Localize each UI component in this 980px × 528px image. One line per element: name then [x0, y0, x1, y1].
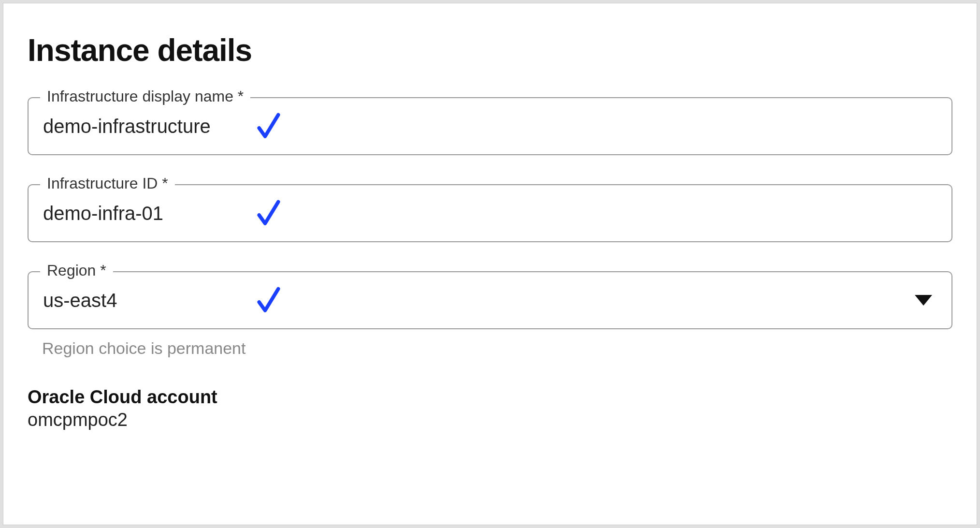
oracle-cloud-account-label: Oracle Cloud account: [28, 387, 952, 408]
instance-details-panel: Instance details Infrastructure display …: [3, 3, 977, 525]
infrastructure-id-value: demo-infra-01: [43, 203, 227, 224]
checkmark-icon: [256, 285, 282, 315]
infrastructure-id-label: Infrastructure ID *: [40, 175, 175, 192]
region-value: us-east4: [43, 290, 227, 311]
chevron-down-icon: [915, 295, 932, 306]
oracle-cloud-account-section: Oracle Cloud account omcpmpoc2: [28, 387, 952, 430]
infrastructure-display-name-field[interactable]: Infrastructure display name * demo-infra…: [28, 97, 952, 155]
checkmark-icon: [256, 198, 282, 228]
region-label: Region *: [40, 262, 113, 279]
checkmark-icon: [256, 111, 282, 141]
page-title: Instance details: [28, 32, 952, 68]
region-helper-text: Region choice is permanent: [42, 339, 952, 358]
region-select[interactable]: Region * us-east4: [28, 271, 952, 329]
oracle-cloud-account-value: omcpmpoc2: [28, 410, 952, 430]
infrastructure-id-field[interactable]: Infrastructure ID * demo-infra-01: [28, 184, 952, 242]
infrastructure-display-name-label: Infrastructure display name *: [40, 88, 250, 105]
infrastructure-display-name-value: demo-infrastructure: [43, 116, 227, 137]
